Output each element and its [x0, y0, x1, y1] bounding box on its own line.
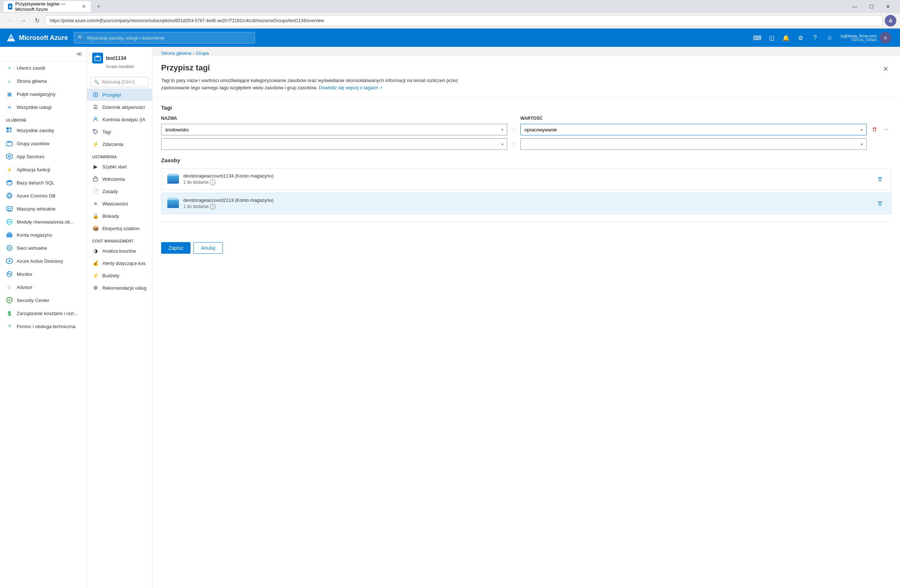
- rg-nav-label: Budżety: [102, 273, 119, 278]
- close-window-button[interactable]: ✕: [880, 0, 896, 13]
- sidebar-item-all-services[interactable]: ≡ Wszystkie usługi: [0, 101, 87, 113]
- sidebar-item-all-resources[interactable]: Wszystkie zasoby: [0, 124, 87, 137]
- rg-nav-deployments[interactable]: Wdrożenia: [87, 173, 152, 185]
- new-tab-button[interactable]: +: [94, 2, 104, 12]
- tags-table: NAZWA WARTOŚĆ środowisko ▾: [161, 116, 891, 150]
- notifications-button[interactable]: 🔔: [779, 31, 793, 44]
- portal-feedback-button[interactable]: ◱: [765, 31, 778, 44]
- sidebar-item-dashboard[interactable]: ▦ Pulpit nawigacyjny: [0, 87, 87, 101]
- forward-button[interactable]: →: [17, 15, 29, 26]
- sidebar-item-help[interactable]: ? Pomoc i obsługa techniczna: [0, 320, 87, 333]
- chevron-down-icon-value-2: ▾: [861, 142, 863, 146]
- svg-rect-14: [8, 208, 11, 209]
- tag-value-dropdown-2[interactable]: ▾: [520, 138, 867, 150]
- learn-more-link[interactable]: Dowiedz się więcej o tagach: [319, 85, 378, 90]
- sidebar-item-advisor[interactable]: ☆ Advisor: [0, 281, 87, 294]
- panel-close-button[interactable]: ✕: [880, 63, 891, 75]
- rg-nav-activity[interactable]: ☰ Dziennik aktywności: [87, 101, 152, 113]
- sidebar-item-vms[interactable]: Maszyny wirtualne: [0, 202, 87, 215]
- list-icon: ≡: [6, 104, 13, 111]
- rg-nav-budgets[interactable]: ⚡ Budżety: [87, 269, 152, 282]
- sidebar-item-app-services[interactable]: App Services: [0, 150, 87, 163]
- resource-item-2: devstorageaccount2113 (Konto magazynu) 1…: [161, 193, 891, 214]
- svg-point-25: [8, 247, 11, 249]
- function-app-icon: ⚡: [6, 166, 13, 173]
- sidebar-item-vnet[interactable]: Sieci wirtualne: [0, 241, 87, 254]
- overview-icon: [92, 92, 99, 98]
- breadcrumb-home[interactable]: Strona główna: [161, 50, 191, 56]
- tag-panel-header-content: Przypisz tagi Tagi to pary nazw i wartoś…: [161, 63, 880, 91]
- all-resources-icon: [6, 127, 13, 134]
- tag-name-dropdown-2[interactable]: ▾: [161, 138, 507, 150]
- help-button[interactable]: ?: [808, 31, 822, 44]
- svg-marker-7: [8, 155, 11, 158]
- info-icon-2[interactable]: i: [210, 203, 216, 209]
- sidebar-collapse-button[interactable]: ≪: [76, 50, 82, 57]
- user-email: ty@twoja_firma.com: [841, 34, 877, 38]
- sidebar-item-cosmos[interactable]: Azure Cosmos DB: [0, 189, 87, 202]
- sidebar-item-security-center[interactable]: Security Center: [0, 294, 87, 307]
- sidebar-item-azure-ad[interactable]: Azure Active Directory: [0, 254, 87, 267]
- maximize-button[interactable]: ☐: [863, 0, 880, 13]
- sidebar-item-resource-groups[interactable]: Grupy zasobów: [0, 137, 87, 150]
- deployments-icon: [92, 176, 99, 182]
- rg-nav-label: Alerty dotyczące kos: [102, 261, 146, 266]
- resource-name-1: devstorageaccount1134 (Konto magazynu): [183, 173, 871, 178]
- sidebar-item-label: Maszyny wirtualne: [17, 206, 56, 212]
- rg-search-input[interactable]: 🔍 Wyszukaj (Ctrl+/): [91, 77, 149, 87]
- budgets-icon: ⚡: [92, 272, 99, 279]
- azure-ad-icon: [6, 258, 13, 265]
- tab-close-button[interactable]: ✕: [81, 3, 86, 10]
- rg-nav-policies[interactable]: 📄 Zasady: [87, 185, 152, 197]
- refresh-button[interactable]: ↻: [31, 15, 43, 26]
- sidebar-item-label: Bazy danych SQL: [17, 180, 54, 185]
- rg-nav-locks[interactable]: 🔒 Blokady: [87, 210, 152, 222]
- minimize-button[interactable]: —: [846, 0, 863, 13]
- cloud-shell-button[interactable]: ⌨: [751, 31, 763, 44]
- topnav-icons: ⌨ ◱ 🔔 ⚙ ? ☺ ty@twoja_firma.com TWOJA_FIR…: [751, 31, 894, 44]
- sidebar-item-storage[interactable]: Konta magazynu: [0, 228, 87, 241]
- sidebar-item-cost-mgmt[interactable]: 💲 Zarządzanie kosztami i rozl...: [0, 307, 87, 320]
- resource-delete-button-1[interactable]: [875, 174, 885, 185]
- cosmos-icon: [6, 192, 13, 199]
- rg-nav-quickstart[interactable]: ▶ Szybki start: [87, 160, 152, 173]
- rg-nav-access[interactable]: Kontrola dostępu (IA: [87, 113, 152, 126]
- search-icon: 🔍: [94, 79, 99, 85]
- address-bar[interactable]: https://portal.azure.com/#@yourcompany/r…: [45, 15, 883, 26]
- sidebar-item-create[interactable]: + Utwórz zasób: [0, 61, 87, 74]
- rg-nav-tags[interactable]: Tagi: [87, 126, 152, 138]
- rg-nav-events[interactable]: ⚡ Zdarzenia: [87, 138, 152, 150]
- save-button[interactable]: Zapisz: [161, 242, 191, 254]
- sidebar-item-sql[interactable]: Bazy danych SQL: [0, 176, 87, 189]
- resource-delete-button-2[interactable]: [875, 199, 885, 209]
- breadcrumb-group[interactable]: Grupa: [196, 50, 209, 56]
- browser-tab[interactable]: A Przypisywanie tagów — Microsoft Azure …: [4, 1, 91, 12]
- tag-more-button-1[interactable]: ···: [881, 124, 891, 135]
- user-area[interactable]: ty@twoja_firma.com TWOJA_FIRMA A: [838, 32, 894, 43]
- user-avatar: A: [880, 32, 891, 43]
- description-text: Tagi to pary nazw i wartości umożliwiają…: [161, 78, 458, 90]
- sidebar-item-monitor[interactable]: Monitor: [0, 267, 87, 281]
- tag-delete-button-1[interactable]: [869, 124, 880, 135]
- feedback-button[interactable]: ☺: [823, 31, 836, 44]
- rg-nav-cost-analysis[interactable]: ◑ Analiza kosztów: [87, 245, 152, 257]
- rg-nav-overview[interactable]: Przegląd: [87, 88, 152, 101]
- info-icon-1[interactable]: i: [210, 179, 216, 185]
- browser-profile[interactable]: A: [885, 15, 896, 26]
- monitor-icon: [6, 270, 13, 278]
- rg-nav-export[interactable]: 📦 Eksportuj szablon: [87, 222, 152, 234]
- sidebar-item-load-balancer[interactable]: Moduły równoważenia ob...: [0, 215, 87, 228]
- browser-toolbar: ← → ↻ https://portal.azure.com/#@yourcom…: [0, 13, 900, 28]
- rg-nav-label: Kontrola dostępu (IA: [102, 117, 146, 122]
- tag-name-dropdown-1[interactable]: środowisko ▾: [161, 124, 507, 135]
- sidebar-item-function-app[interactable]: ⚡ Aplikacja funkcji: [0, 163, 87, 176]
- back-button[interactable]: ←: [4, 15, 15, 26]
- cancel-button[interactable]: Anuluj: [194, 242, 223, 254]
- rg-nav-properties[interactable]: ≡ Właściwości: [87, 197, 152, 210]
- rg-nav-recommendations[interactable]: ⚙ Rekomendacje usług: [87, 282, 152, 294]
- rg-nav-cost-alerts[interactable]: 💰 Alerty dotyczące kos: [87, 257, 152, 269]
- tag-value-input-1[interactable]: opracowywanie ▾: [520, 124, 867, 135]
- sidebar-item-home[interactable]: ⌂ Strona główna: [0, 74, 87, 87]
- settings-button[interactable]: ⚙: [794, 31, 807, 44]
- azure-search-bar[interactable]: 🔍 Wyszukaj zasoby, usługi i dokumenty: [74, 32, 255, 43]
